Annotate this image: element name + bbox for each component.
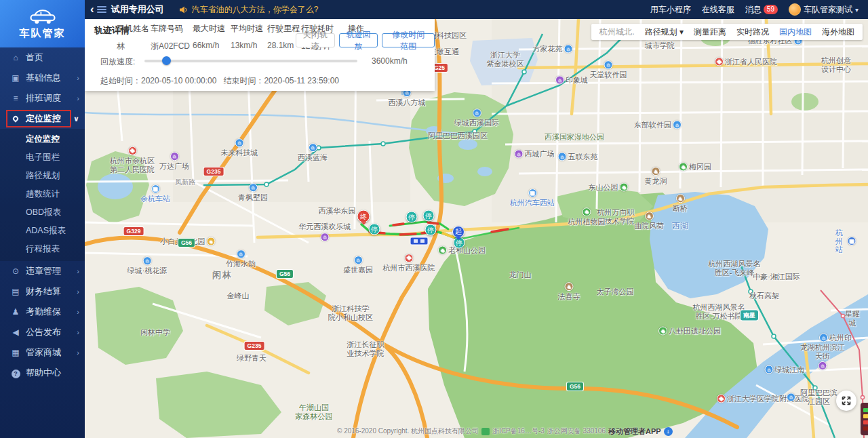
- finance-icon: ▤: [9, 287, 22, 296]
- sidebar-item-mall[interactable]: ▦ 管家商城 ›: [0, 342, 85, 363]
- sidebar-item-label: 公告发布: [26, 326, 61, 338]
- chevron-right-icon: ›: [77, 94, 79, 102]
- messages-link[interactable]: 消息 59: [745, 4, 778, 16]
- track-marker[interactable]: 停: [423, 210, 435, 222]
- company-name[interactable]: 试用专用公司: [111, 3, 164, 16]
- home-icon: ⌂: [9, 53, 22, 62]
- track-marker[interactable]: 终: [357, 210, 370, 223]
- track-stat-column: 车牌号码 浙A02FCD: [151, 23, 193, 52]
- map-toolbar: 杭州城北…路径规划 ▾测量距离实时路况国内地图海外地图: [591, 24, 863, 40]
- mini-program-link[interactable]: 用车小程序: [650, 4, 691, 16]
- police-record-text: 浙公网安备 330106…: [547, 426, 612, 436]
- track-marker[interactable]: 起: [452, 226, 465, 238]
- operation-buttons: 关闭轨迹轨迹回放修改时间范围: [296, 33, 435, 47]
- operation-button[interactable]: 修改时间范围: [382, 33, 435, 47]
- map-toolbar-item[interactable]: 实时路况: [736, 26, 769, 38]
- account-name: 车队管家测试: [804, 4, 852, 16]
- end-time-value: 2020-05-11 23:59:00: [264, 76, 339, 85]
- sidebar-item-help[interactable]: ? 帮助中心: [0, 363, 85, 383]
- chevron-right-icon: ›: [77, 349, 79, 357]
- operation-button[interactable]: 轨迹回放: [339, 33, 378, 47]
- track-stat-column: 最大时速 66km/h: [193, 23, 231, 52]
- chevron-right-icon: ›: [77, 287, 79, 296]
- submenu-item-route-planning[interactable]: 路径规划: [0, 167, 85, 185]
- message-count-badge: 59: [764, 5, 778, 14]
- sidebar-item-label: 首页: [26, 52, 43, 64]
- sidebar-item-label: 管家商城: [26, 346, 61, 359]
- app-title: 车队管家: [20, 27, 66, 40]
- sidebar-item-home[interactable]: ⌂ 首页: [0, 47, 85, 68]
- submenu-item-geofence[interactable]: 电子围栏: [0, 148, 85, 167]
- sidebar: 车队管家 ⌂ 首页 ▣ 基础信息 › ≡ 排班调度 › 定位监控 ∨ 定位监控 …: [0, 0, 85, 438]
- help-icon: ?: [9, 368, 22, 378]
- sidebar-item-attendance[interactable]: ♟ 考勤维保 ›: [0, 302, 85, 322]
- sidebar-item-location-monitor[interactable]: 定位监控 ∨: [0, 108, 85, 129]
- icp-text: 浙ICP备16…号-3: [492, 426, 545, 436]
- sidebar-submenu: 定位监控 电子围栏 路径规划 趟数统计 OBD报表 ADAS报表 行程报表: [0, 129, 85, 261]
- copyright-text: © 2016-2020 Copyright. 杭州国点科技有限公司: [337, 426, 479, 436]
- submenu-item-trip-report[interactable]: 行程报表: [0, 240, 85, 258]
- map-toolbar-item[interactable]: 路径规划 ▾: [645, 26, 684, 38]
- license-badge-icon: [481, 428, 490, 435]
- operation-button[interactable]: 关闭轨迹: [296, 33, 335, 47]
- map-canvas[interactable]: 西湖科技园区 三墩互通 浙江大学 紫金港校区 ⌂ 方家花苑 ⌂ 印象城 ⌂ 天堂…: [85, 19, 868, 438]
- time-range: 起始时间：2020-05-10 00:00:00 结束时间：2020-05-11…: [100, 75, 339, 87]
- chevron-right-icon: ›: [77, 74, 79, 82]
- sidebar-item-announcement[interactable]: ◀ 公告发布 ›: [0, 322, 85, 342]
- back-icon[interactable]: ‹: [90, 1, 94, 18]
- avatar: [789, 3, 801, 16]
- fleet-app-window: 车队管家 ⌂ 首页 ▣ 基础信息 › ≡ 排班调度 › 定位监控 ∨ 定位监控 …: [0, 0, 868, 438]
- sidebar-item-scheduling[interactable]: ≡ 排班调度 ›: [0, 88, 85, 108]
- sidebar-item-basic-info[interactable]: ▣ 基础信息 ›: [0, 68, 85, 88]
- attendance-icon: ♟: [9, 307, 22, 317]
- track-marker[interactable]: 停: [406, 212, 418, 223]
- map-toolbar-item[interactable]: 国内地图: [779, 26, 812, 38]
- column-header: 车牌号码: [151, 23, 193, 35]
- track-marker[interactable]: 停: [425, 224, 437, 236]
- announcement-text: 汽车省油的八大方法，你学会了么?: [192, 4, 319, 16]
- submenu-item-trip-stats[interactable]: 趟数统计: [0, 185, 85, 203]
- sidebar-item-label: 帮助中心: [26, 367, 61, 379]
- app-logo: 车队管家: [0, 0, 85, 47]
- fullscreen-icon: [842, 396, 851, 405]
- start-time-label: 起始时间：: [100, 76, 141, 85]
- sidebar-item-finance[interactable]: ▤ 财务结算 ›: [0, 281, 85, 302]
- slider-thumb[interactable]: [162, 56, 171, 65]
- sidebar-item-label: 财务结算: [26, 285, 61, 298]
- submenu-item-obd-report[interactable]: OBD报表: [0, 203, 85, 222]
- start-time-value: 2020-05-10 00:00:00: [141, 76, 216, 85]
- traffic-legend-widget[interactable]: [861, 403, 868, 435]
- announcement: 汽车省油的八大方法，你学会了么?: [179, 4, 319, 16]
- map-toolbar-item[interactable]: 测量距离: [694, 26, 726, 38]
- submenu-item-location-monitor[interactable]: 定位监控: [0, 130, 85, 148]
- column-header: 平均时速: [231, 23, 267, 35]
- menu-list-icon[interactable]: [97, 6, 106, 13]
- online-service-link[interactable]: 在线客服: [702, 4, 734, 16]
- caret-down-icon: ▾: [855, 6, 859, 14]
- playback-speed-label: 回放速度:: [100, 56, 135, 68]
- schedule-icon: ≡: [9, 94, 22, 103]
- track-stat-column: 平均时速 13km/h: [231, 23, 267, 52]
- map-toolbar-item[interactable]: 杭州城北…: [599, 26, 635, 38]
- sidebar-item-label: 基础信息: [26, 72, 61, 84]
- column-value: 浙A02FCD: [151, 41, 193, 52]
- playback-speed-slider[interactable]: [144, 55, 357, 66]
- end-time-label: 结束时间：: [223, 76, 264, 85]
- car-logo-icon: [28, 7, 57, 25]
- account-menu[interactable]: 车队管家测试 ▾: [789, 3, 859, 16]
- sidebar-item-label: 考勤维保: [26, 306, 61, 318]
- app-promo-text: 移动管理者APP: [608, 426, 661, 437]
- announce-icon: ◀: [9, 327, 22, 337]
- chevron-right-icon: ›: [77, 267, 79, 275]
- column-header: 最大时速: [193, 23, 231, 35]
- mobile-app-promo[interactable]: 移动管理者APP ↓: [608, 426, 673, 437]
- fullscreen-button[interactable]: [836, 391, 856, 411]
- chevron-right-icon: ›: [77, 328, 79, 336]
- column-header: 司机姓名: [117, 23, 151, 35]
- map-toolbar-item[interactable]: 海外地图: [822, 26, 854, 38]
- violation-icon: ⊙: [9, 266, 22, 276]
- submenu-item-adas-report[interactable]: ADAS报表: [0, 222, 85, 240]
- track-marker[interactable]: 停: [369, 224, 380, 235]
- slider-track[interactable]: [144, 60, 357, 62]
- sidebar-item-violation[interactable]: ⊙ 违章管理 ›: [0, 261, 85, 281]
